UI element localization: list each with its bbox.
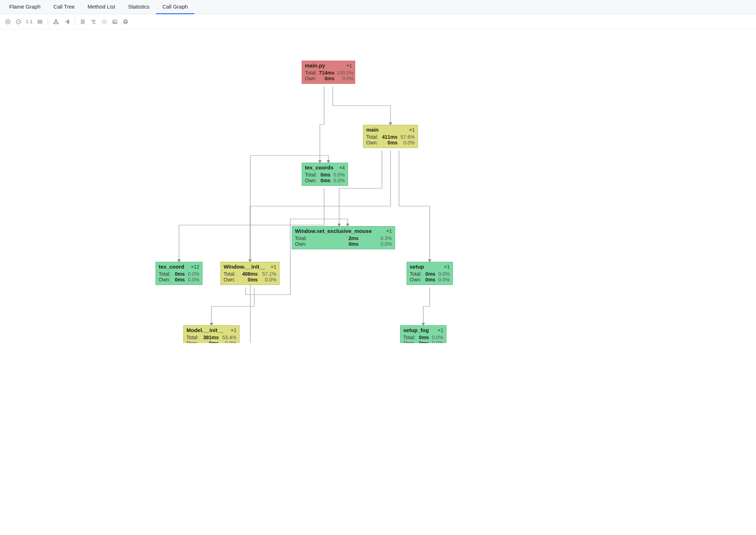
call-node-main-py[interactable]: main.py×1Total:714ms100.0%Own:0ms0.0% — [302, 61, 355, 84]
edge-main_py-to-tex_coords — [320, 86, 324, 163]
own-time: 0ms — [320, 178, 331, 183]
svg-rect-8 — [54, 23, 55, 24]
total-label: Total: — [366, 134, 379, 140]
node-count: ×12 — [191, 264, 199, 270]
own-label: Own: — [224, 277, 238, 282]
total-time: 0ms — [418, 335, 429, 340]
call-graph-canvas[interactable]: main.py×1Total:714ms100.0%Own:0ms0.0%mai… — [0, 29, 756, 343]
node-count: ×4 — [339, 165, 345, 170]
export-image-button[interactable] — [111, 17, 119, 26]
call-node-main-fn[interactable]: main×1Total:411ms57.6%Own:0ms0.0% — [363, 125, 418, 148]
svg-rect-10 — [68, 20, 69, 24]
own-time: 0ms — [329, 241, 359, 247]
tab-flame-graph[interactable]: Flame Graph — [3, 0, 47, 14]
tab-method-list[interactable]: Method List — [81, 0, 122, 14]
edge-main_fn-to-window_sem — [339, 151, 382, 226]
total-label: Total: — [159, 271, 172, 277]
total-time: 411ms — [381, 134, 398, 140]
total-time: 381ms — [202, 335, 219, 340]
svg-point-21 — [114, 21, 114, 21]
node-name: Window.__init__ — [224, 264, 265, 270]
call-node-setup[interactable]: setup×1Total:0ms0.0%Own:0ms0.0% — [407, 262, 453, 285]
edge-window_init-to-model_init — [211, 287, 254, 325]
total-pct: 57.1% — [260, 271, 276, 277]
total-pct: 57.6% — [400, 134, 415, 140]
own-label: Own: — [403, 340, 416, 343]
own-pct: 0.0% — [187, 277, 199, 282]
total-pct: 100.0% — [337, 70, 353, 76]
own-pct: 0.0% — [431, 340, 443, 343]
own-pct: 0.0% — [260, 277, 276, 282]
total-label: Total: — [305, 70, 317, 76]
node-count: ×1 — [409, 127, 415, 133]
call-node-tex-coords[interactable]: tex_coords×4Total:0ms0.0%Own:0ms0.0% — [302, 163, 348, 186]
node-count: ×1 — [346, 63, 352, 68]
edge-setup-to-setup_fog — [423, 287, 430, 325]
print-button[interactable] — [121, 17, 130, 26]
copy-button[interactable] — [78, 17, 87, 26]
total-label: Total: — [187, 335, 200, 340]
own-time: 0ms — [319, 76, 334, 81]
total-label: Total: — [410, 271, 423, 277]
total-label: Total: — [403, 335, 416, 340]
graph-edges — [0, 29, 756, 343]
total-label: Total: — [295, 235, 327, 241]
edge-main_py-to-main_fn — [333, 86, 390, 125]
total-pct: 53.4% — [221, 335, 236, 340]
total-label: Total: — [224, 271, 238, 277]
node-name: main — [366, 127, 379, 133]
own-label: Own: — [305, 76, 317, 81]
total-pct: 0.3% — [361, 235, 392, 241]
own-label: Own: — [159, 277, 172, 282]
total-time: 0ms — [425, 271, 435, 277]
navigate-to-source-button[interactable] — [62, 17, 71, 26]
own-pct: 0.0% — [333, 178, 345, 183]
own-pct: 0.0% — [221, 340, 236, 343]
fit-to-window-button[interactable] — [36, 17, 44, 26]
tab-statistics[interactable]: Statistics — [122, 0, 156, 14]
total-time: 408ms — [240, 271, 258, 277]
node-name: setup — [410, 264, 424, 270]
call-node-tex-coord[interactable]: tex_coord×12Total:0ms0.0%Own:0ms0.0% — [155, 262, 203, 285]
svg-rect-5 — [38, 20, 42, 23]
svg-rect-24 — [124, 22, 127, 24]
tab-call-tree[interactable]: Call Tree — [47, 0, 81, 14]
zoom-in-button[interactable] — [4, 17, 12, 26]
own-pct: 0.0% — [438, 277, 450, 282]
total-label: Total: — [305, 172, 318, 178]
own-label: Own: — [295, 241, 327, 247]
own-pct: 0.0% — [361, 241, 392, 247]
own-label: Own: — [187, 340, 200, 343]
view-tabbar: Flame GraphCall TreeMethod ListStatistic… — [0, 0, 756, 14]
call-node-window-sem[interactable]: Window.set_exclusive_mouse×1Total:2ms0.3… — [292, 226, 395, 249]
svg-rect-6 — [39, 21, 41, 22]
total-pct: 0.0% — [438, 271, 450, 277]
zoom-one-to-one-button[interactable]: 1:1 — [25, 17, 34, 26]
call-node-model-init[interactable]: Model.__init__×1Total:381ms53.4%Own:0ms0… — [183, 325, 240, 343]
own-time: 0ms — [240, 277, 258, 282]
tab-call-graph[interactable]: Call Graph — [156, 0, 194, 14]
own-time: 0ms — [202, 340, 219, 343]
own-time: 0ms — [425, 277, 435, 282]
own-time: 0ms — [174, 277, 185, 282]
filter-list-button[interactable] — [89, 17, 98, 26]
focus-selection-button[interactable] — [100, 17, 108, 26]
total-time: 0ms — [174, 271, 185, 277]
node-count: ×1 — [271, 264, 276, 270]
call-node-window-init[interactable]: Window.__init__×1Total:408ms57.1%Own:0ms… — [220, 262, 280, 285]
zoom-out-button[interactable] — [14, 17, 23, 26]
node-count: ×1 — [444, 264, 450, 270]
node-name: main.py — [305, 62, 325, 68]
node-count: ×1 — [386, 228, 392, 234]
call-node-setup-fog[interactable]: setup_fog×1Total:0ms0.0%Own:0ms0.0% — [400, 325, 446, 343]
own-time: 0ms — [418, 340, 429, 343]
node-name: setup_fog — [403, 327, 429, 333]
node-count: ×1 — [438, 327, 443, 333]
layout-hierarchy-button[interactable] — [52, 17, 60, 26]
edge-tex_coords-to-tex_coord — [179, 188, 324, 262]
graph-toolbar: 1:1 — [0, 14, 756, 29]
toolbar-separator — [48, 18, 48, 26]
total-pct: 0.0% — [333, 172, 345, 178]
total-pct: 0.0% — [431, 335, 443, 340]
own-time: 0ms — [381, 140, 398, 146]
